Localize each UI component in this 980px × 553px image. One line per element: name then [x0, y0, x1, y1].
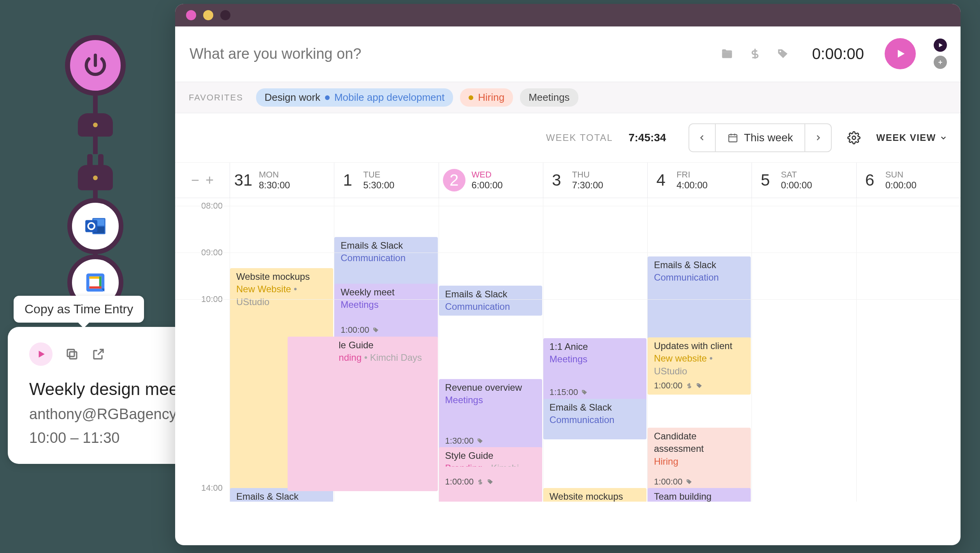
traffic-light-zoom[interactable]	[220, 10, 230, 20]
google-calendar-icon	[83, 270, 107, 295]
view-selector[interactable]: WEEK VIEW	[876, 132, 947, 143]
plug-node	[78, 154, 113, 190]
day-header-row: − + 31MON8:30:00 1TUE5:30:00 2WED6:00:00…	[175, 163, 961, 198]
chevron-down-icon	[940, 134, 947, 141]
favorite-hiring[interactable]: Hiring	[460, 88, 513, 107]
outlook-icon	[83, 214, 107, 238]
svg-rect-11	[67, 349, 74, 356]
copy-icon[interactable]	[65, 347, 79, 361]
col-wed[interactable]: Emails & SlackCommunicationRevenue overv…	[439, 198, 543, 502]
svg-point-20	[697, 384, 698, 385]
calendar-event[interactable]: 1:00:00	[439, 467, 542, 491]
calendar-event[interactable]: Team buildingMeetings	[648, 488, 751, 502]
play-icon	[36, 349, 46, 359]
tag-icon[interactable]	[776, 47, 790, 60]
period-picker-button[interactable]: This week	[716, 124, 804, 151]
module-node	[78, 113, 113, 137]
week-total-label: WEEK TOTAL	[546, 132, 613, 143]
calendar-event[interactable]: Revenue overviewMeetings1:30:00	[439, 379, 542, 450]
hour-gutter: 08:00 09:00 10:00 14:00	[175, 198, 230, 502]
manual-mode-button[interactable]	[934, 39, 947, 52]
col-tue[interactable]: Emails & SlackCommunicationWeekly meetMe…	[334, 198, 438, 502]
power-icon	[82, 52, 109, 79]
favorite-meetings[interactable]: Meetings	[520, 88, 578, 107]
svg-point-14	[852, 136, 856, 140]
period-nav: This week	[688, 123, 832, 152]
svg-rect-13	[729, 135, 737, 142]
calendar-event[interactable]: 1:1 AniceMeetings1:15:00	[543, 338, 646, 401]
day-header-sat[interactable]: 5SAT0:00:00	[752, 163, 856, 198]
calendar-icon	[727, 132, 738, 143]
svg-rect-3	[85, 220, 97, 232]
traffic-light-minimize[interactable]	[203, 10, 213, 20]
window-titlebar	[175, 4, 961, 26]
svg-point-16	[478, 439, 479, 440]
calendar-grid: 08:00 09:00 10:00 14:00 Website mockupsN…	[175, 198, 961, 502]
chevron-left-icon	[698, 134, 706, 142]
zoom-out-button[interactable]: −	[191, 172, 199, 188]
traffic-light-close[interactable]	[186, 10, 196, 20]
svg-point-21	[687, 480, 688, 481]
calendar-event[interactable]: Updates with clientNew website • UStudio…	[648, 337, 751, 395]
calendar-event[interactable]: Emails & SlackCommunication	[648, 256, 751, 339]
day-header-thu[interactable]: 3THU7:30:00	[543, 163, 647, 198]
calendar-event[interactable]: Emails & SlackCommunication	[543, 399, 646, 439]
col-sat[interactable]	[752, 198, 856, 502]
svg-point-19	[583, 391, 584, 391]
svg-point-12	[779, 51, 781, 52]
start-timer-button[interactable]	[29, 342, 53, 366]
tooltip: Copy as Time Entry	[14, 296, 144, 323]
prev-period-button[interactable]	[689, 124, 716, 151]
integration-rail	[62, 35, 128, 276]
toggl-power-node[interactable]	[65, 35, 126, 96]
calendar-event[interactable]: Candidate assessmentHiring1:00:00	[648, 428, 751, 491]
svg-rect-9	[90, 286, 102, 289]
week-total-value: 7:45:34	[629, 132, 666, 144]
calendar-event[interactable]: Weekly meetMeetings1:00:00	[334, 284, 437, 339]
play-icon	[937, 42, 943, 48]
open-external-icon[interactable]	[91, 347, 105, 361]
billable-icon[interactable]	[748, 47, 762, 60]
col-sun[interactable]	[856, 198, 961, 502]
outlook-integration[interactable]	[67, 198, 123, 254]
zoom-in-button[interactable]: +	[205, 172, 214, 188]
settings-icon[interactable]	[847, 131, 861, 144]
favorite-design-work[interactable]: Design work Mobile app development	[256, 88, 453, 107]
col-fri[interactable]: Emails & SlackCommunicationUpdates with …	[647, 198, 752, 502]
calendar-event[interactable]: le Guidending • Kimchi Days	[288, 337, 437, 491]
day-header-mon[interactable]: 31MON8:30:00	[230, 163, 334, 198]
col-thu[interactable]: 1:1 AniceMeetings1:15:00Emails & SlackCo…	[543, 198, 647, 502]
calendar-event[interactable]: Website mockupsNew website • UStudio	[543, 488, 646, 502]
calendar-toolbar: WEEK TOTAL 7:45:34 This week WEEK VIEW	[175, 113, 961, 163]
day-header-wed[interactable]: 2WED6:00:00	[439, 163, 543, 198]
app-window: 0:00:00 FAVORITES Design work Mobile app…	[175, 4, 961, 545]
entry-description-input[interactable]	[189, 45, 713, 63]
calendar-event[interactable]: Emails & SlackCommunication	[334, 237, 437, 286]
calendar-event[interactable]: Emails & SlackCommunication	[439, 286, 542, 316]
svg-rect-10	[70, 352, 77, 359]
time-entry-row: 0:00:00	[175, 26, 961, 82]
timer-display: 0:00:00	[812, 45, 864, 63]
day-header-tue[interactable]: 1TUE5:30:00	[334, 163, 438, 198]
favorites-bar: FAVORITES Design work Mobile app develop…	[175, 82, 961, 113]
play-icon	[894, 48, 906, 60]
svg-point-18	[488, 480, 489, 481]
day-header-fri[interactable]: 4FRI4:00:00	[647, 163, 752, 198]
chevron-right-icon	[814, 134, 822, 142]
svg-point-15	[374, 328, 375, 329]
start-button[interactable]	[885, 38, 916, 69]
day-header-sun[interactable]: 6SUN0:00:00	[856, 163, 961, 198]
folder-icon[interactable]	[720, 47, 734, 60]
add-button[interactable]	[934, 56, 947, 69]
plus-icon	[937, 59, 943, 65]
next-period-button[interactable]	[804, 124, 831, 151]
favorites-label: FAVORITES	[189, 93, 243, 103]
